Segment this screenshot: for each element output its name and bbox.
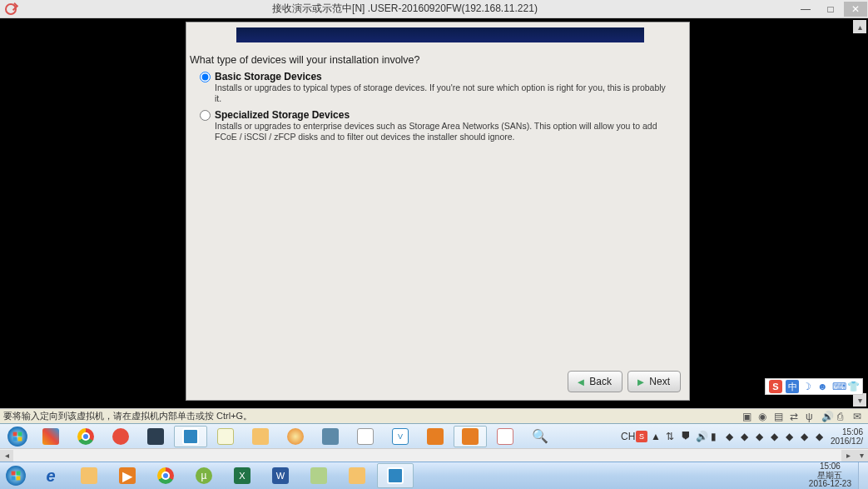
folder-icon[interactable] — [244, 426, 277, 447]
host-app1-icon[interactable] — [339, 463, 375, 488]
tray-vol-icon[interactable]: 🔊 — [696, 431, 707, 442]
ie-icon[interactable]: e — [32, 463, 69, 488]
window-title: 接收演示或示范中[N] .USER-20160920FW(192.168.11.… — [17, 2, 793, 16]
host-vmware-icon[interactable] — [377, 463, 414, 488]
chart-icon[interactable] — [209, 426, 242, 447]
option-specialized-storage[interactable]: Specialized Storage Devices Installs or … — [200, 109, 666, 142]
tray-net-icon[interactable]: ⇅ — [666, 431, 677, 442]
magnifier-icon[interactable]: 🔍 — [523, 426, 557, 447]
printer-icon[interactable]: ⎙ — [837, 411, 849, 422]
scroll-grip[interactable]: ▾ — [855, 450, 868, 462]
tray-a-icon[interactable]: ◆ — [726, 431, 737, 442]
minimize-button[interactable]: — — [794, 2, 817, 17]
palette-icon[interactable] — [279, 426, 312, 447]
svg-point-0 — [7, 427, 27, 447]
explorer-icon[interactable] — [71, 463, 107, 488]
ime-lang-badge[interactable]: 中 — [786, 380, 799, 393]
utorrent-icon[interactable]: µ — [186, 463, 222, 488]
host-clock[interactable]: 15:06 星期五 2016-12-23 — [802, 462, 858, 489]
orange-app2-icon[interactable] — [454, 426, 487, 447]
tray-d-icon[interactable]: ◆ — [771, 431, 782, 442]
host-taskbar: e ▶ µ X W 15:06 星期五 2016-12-23 — [0, 462, 868, 489]
msg-icon[interactable]: ✉ — [853, 411, 865, 422]
vm-status-bar: 要将输入定向到该虚拟机，请在虚拟机内部单击或按 Ctrl+G。 ▣ ◉ ▤ ⇄ … — [0, 408, 868, 423]
installer-dialog: What type of devices will your installat… — [186, 22, 690, 401]
vnc-icon[interactable]: V — [384, 426, 417, 447]
next-label: Next — [649, 376, 670, 387]
usb-icon[interactable]: ψ — [806, 411, 817, 422]
word-icon[interactable]: W — [262, 463, 299, 488]
show-desktop-button[interactable] — [858, 462, 868, 490]
next-button[interactable]: ► Next — [627, 371, 681, 392]
scroll-up-button[interactable]: ▴ — [853, 20, 866, 33]
vmware-icon[interactable] — [174, 426, 207, 447]
svg-point-1 — [6, 466, 26, 486]
tray-batt-icon[interactable]: ▮ — [711, 431, 722, 442]
scroll-down-button[interactable]: ▾ — [853, 393, 866, 407]
close-button[interactable]: ✕ — [844, 2, 867, 17]
host-date: 2016-12-23 — [809, 480, 851, 489]
radio-basic[interactable] — [200, 72, 211, 82]
chrome2-icon[interactable] — [147, 463, 184, 488]
nic-icon[interactable]: ⇄ — [790, 411, 801, 422]
wmplayer-icon[interactable]: ▶ — [109, 463, 146, 488]
arrow-right-icon: ► — [635, 376, 646, 388]
hscroll-bar: ◂ ▸ ▾ — [0, 448, 868, 462]
installer-question: What type of devices will your installat… — [190, 54, 420, 66]
start-button-host[interactable] — [0, 464, 32, 487]
start-button-inner[interactable] — [2, 425, 33, 448]
cd-icon[interactable]: ◉ — [758, 411, 770, 422]
inner-taskbar: V 🔍 CH S ▲ ⇅ ⛊ 🔊 ▮ ◆ ◆ ◆ ◆ ◆ ◆ ◆ 15:06 2… — [0, 423, 868, 448]
radio-specialized[interactable] — [200, 110, 211, 121]
floppy-icon[interactable]: ▤ — [774, 411, 786, 422]
keyboard-icon[interactable]: ⌨ — [832, 381, 844, 392]
tray-g-icon[interactable]: ◆ — [816, 431, 827, 442]
tray-lang[interactable]: CH — [621, 431, 632, 442]
back-button[interactable]: ◄ Back — [568, 371, 622, 392]
hscroll-right[interactable]: ▸ — [841, 450, 855, 462]
arrow-left-icon: ◄ — [575, 376, 586, 388]
notepadpp-icon[interactable] — [300, 463, 337, 488]
option-basic-title: Basic Storage Devices — [215, 71, 666, 82]
tray-sogou-icon[interactable]: S — [636, 431, 647, 442]
sogou-icon[interactable]: S — [769, 380, 782, 393]
inner-date: 2016/12/ — [831, 437, 863, 446]
option-basic-desc: Installs or upgrades to typical types of… — [215, 82, 666, 104]
moon-icon[interactable]: ☽ — [802, 381, 814, 392]
tray-e-icon[interactable]: ◆ — [786, 431, 797, 442]
vm-device-icons: ▣ ◉ ▤ ⇄ ψ 🔊 ⎙ ✉ — [742, 411, 865, 422]
hscroll-left[interactable]: ◂ — [0, 450, 13, 462]
tray-flag-icon[interactable]: ▲ — [651, 431, 662, 442]
sound-icon[interactable]: 🔊 — [821, 411, 833, 422]
avatar-icon[interactable] — [349, 426, 382, 447]
tray-shield-icon[interactable]: ⛊ — [681, 431, 692, 442]
option-spec-desc: Installs or upgrades to enterprise devic… — [215, 121, 666, 142]
orange-app-icon[interactable] — [419, 426, 452, 447]
installer-banner — [236, 27, 644, 42]
doc-app-icon[interactable] — [489, 426, 522, 447]
skin-icon[interactable]: 👕 — [847, 381, 859, 392]
app-icon — [5, 3, 17, 15]
paint-icon[interactable] — [34, 426, 67, 447]
camera-icon[interactable] — [139, 426, 172, 447]
inner-clock[interactable]: 15:06 2016/12/ — [831, 427, 863, 446]
spiral-icon[interactable] — [104, 426, 137, 447]
remote-window-titlebar: 接收演示或示范中[N] .USER-20160920FW(192.168.11.… — [0, 0, 868, 18]
maximize-button[interactable]: □ — [819, 2, 842, 17]
face-icon[interactable]: ☻ — [817, 381, 829, 392]
option-basic-storage[interactable]: Basic Storage Devices Installs or upgrad… — [200, 71, 666, 104]
vm-hint-text: 要将输入定向到该虚拟机，请在虚拟机内部单击或按 Ctrl+G。 — [3, 410, 252, 422]
excel-icon[interactable]: X — [224, 463, 260, 488]
chrome-icon[interactable] — [69, 426, 102, 447]
ime-toolbar[interactable]: S 中 ☽ ☻ ⌨ 👕 — [765, 378, 863, 395]
tray-f-icon[interactable]: ◆ — [801, 431, 812, 442]
back-label: Back — [589, 376, 612, 387]
inner-time: 15:06 — [831, 427, 863, 437]
tray-b-icon[interactable]: ◆ — [741, 431, 752, 442]
remote-icon[interactable] — [314, 426, 347, 447]
tray-c-icon[interactable]: ◆ — [756, 431, 767, 442]
hdd-icon[interactable]: ▣ — [742, 411, 754, 422]
option-spec-title: Specialized Storage Devices — [215, 109, 666, 121]
vm-viewport: ▴ ▾ What type of devices will your insta… — [0, 18, 868, 408]
